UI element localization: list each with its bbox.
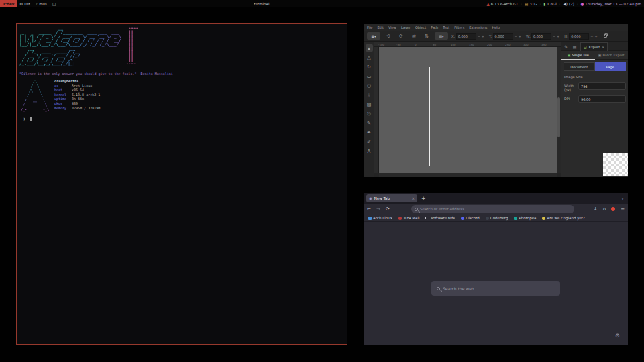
menu-object[interactable]: Object (415, 25, 426, 29)
flip-horizontal-icon[interactable]: ⇄ (409, 34, 419, 39)
menu-file[interactable]: File (367, 25, 372, 29)
subtab-single-file[interactable]: ▣Single File (561, 51, 595, 60)
search-icon (415, 208, 418, 211)
tool-ellipse[interactable]: ○ (366, 82, 373, 89)
separator: · (577, 2, 578, 6)
canvas-hscrollbar[interactable] (379, 173, 557, 177)
tool-pencil[interactable]: ✎ (366, 119, 373, 127)
extension-icon[interactable] (611, 207, 615, 211)
back-button[interactable]: ← (364, 206, 374, 212)
tool-pen[interactable]: ✒ (366, 129, 373, 136)
bookmark-tuta-mail[interactable]: Tuta Mail (398, 216, 419, 220)
width-input[interactable]: 794 (578, 82, 626, 90)
arch-logo-ascii: /\ / \ /\ \ / \ / __ \ / | | \ /_-'' ''-… (21, 79, 49, 112)
bookmark-discord[interactable]: Discord (461, 216, 480, 220)
tag-label: ust (24, 2, 30, 6)
menu-icon[interactable]: ≡ (621, 206, 625, 212)
reload-button[interactable]: ⟳ (383, 206, 392, 212)
status-text: 31G (529, 2, 537, 6)
separator: · (521, 2, 522, 6)
status-volume: ◀)(2) (564, 2, 574, 6)
export-tab-close-icon[interactable]: × (602, 45, 604, 49)
rotate-cw-icon[interactable]: ⟳ (396, 34, 406, 39)
list-tabs-chevron-icon[interactable]: ∨ (621, 196, 624, 200)
menu-view[interactable]: View (388, 25, 396, 29)
menu-filters[interactable]: Filters (454, 25, 464, 29)
dpi-input[interactable]: 96.00 (578, 95, 626, 103)
workspace-tag-1[interactable]: ⚙ust (17, 0, 32, 7)
tab-close-icon[interactable]: × (411, 196, 415, 200)
tool-calligraphy[interactable]: ✐ (366, 138, 373, 145)
inkscape-canvas[interactable] (379, 47, 557, 173)
new-tab-button[interactable]: + (421, 196, 426, 202)
web-search-box[interactable]: Search the web (431, 281, 560, 296)
tool-spiral[interactable]: ⎋ (366, 110, 373, 117)
workspace-tag-0[interactable]: 1:dev (0, 0, 17, 7)
menu-edit[interactable]: Edit (377, 25, 384, 29)
tool-box3d[interactable]: ▧ (366, 101, 373, 108)
bookmark-are-we-england-yet-[interactable]: Are we England yet? (542, 216, 584, 220)
ascii-banner: __ ---- _ _____ / /________ ____ ___ ___… (19, 26, 138, 66)
tool-shapebuilder[interactable]: ↻ (366, 63, 373, 70)
browser-window[interactable]: ◉ New Tab × + ∨ ← → ⟳ Search or enter ad… (364, 193, 628, 345)
tool-text[interactable]: A (366, 147, 373, 155)
scope-document[interactable]: Document (564, 62, 595, 71)
selection-mode-dropdown[interactable]: ▦▾ (367, 32, 380, 40)
rotate-ccw-icon[interactable]: ⟲ (384, 34, 393, 39)
export-dialog-tab[interactable]: ⬓ Export × (580, 42, 608, 51)
workspace-tag-2[interactable]: ♪mus (33, 0, 50, 7)
menu-layer[interactable]: Layer (401, 25, 411, 29)
dock-tabbar: ✎ ▤ ⬓ Export × (561, 42, 628, 51)
terminal-window[interactable]: __ ---- _ _____ / /________ ____ ___ ___… (16, 23, 347, 345)
bookmark-codeberg[interactable]: Codeberg (486, 216, 508, 220)
home-icon[interactable]: ⌂ (603, 206, 606, 212)
status-text: 1.8Gi (547, 2, 557, 6)
bookmark-software-refs[interactable]: software refs (425, 216, 455, 220)
favicon (398, 217, 402, 220)
url-bar[interactable]: Search or enter address (411, 205, 574, 213)
menu-text[interactable]: Text (443, 25, 449, 29)
fetch-row: pkgs480 (54, 101, 100, 106)
tool-star[interactable]: ☆ (366, 91, 373, 99)
page-border-right (500, 67, 500, 166)
memory-icon: ▮ (543, 2, 545, 6)
inkscape-window[interactable]: FileEditViewLayerObjectPathTextFiltersEx… (364, 24, 628, 177)
align-dropdown[interactable]: ▥▾ (435, 32, 448, 40)
field-x: X:0.000−+ (451, 33, 486, 40)
vertical-ruler (374, 47, 379, 173)
tag-label: 1:dev (3, 2, 14, 6)
bookmark-arch-linux[interactable]: Arch Linux (368, 216, 392, 220)
tool-selector[interactable]: ▴ (366, 44, 373, 52)
layers-dialog-icon[interactable]: ▤ (570, 44, 579, 49)
tag-label: mus (39, 2, 47, 6)
bookmark-photopea[interactable]: Photopea (514, 216, 536, 220)
tool-rect[interactable]: ▭ (366, 72, 373, 80)
menu-path[interactable]: Path (431, 25, 438, 29)
fetch-rows: osArch Linuxhostx86_64kernel6.13.8-arch2… (54, 84, 100, 111)
tool-node[interactable]: △ (366, 54, 373, 61)
browser-tabbar: ◉ New Tab × + ∨ (364, 193, 628, 204)
objects-dialog-icon[interactable]: ✎ (561, 44, 570, 49)
vscroll-thumb[interactable] (557, 97, 560, 137)
newtab-settings-gear-icon[interactable]: ⚙ (615, 333, 620, 339)
shell-prompt[interactable]: ~ ❯ (19, 117, 32, 121)
menu-help[interactable]: Help (492, 25, 499, 29)
downloads-icon[interactable]: ↓ (594, 206, 598, 212)
xywh-fields: X:0.000−+Y:0.000−+W:0.000−+H:0.000−+ (451, 33, 599, 40)
workspace-tag-3[interactable]: □ (50, 0, 58, 7)
forward-button[interactable]: → (374, 206, 383, 212)
browser-active-tab[interactable]: ◉ New Tab × (366, 194, 417, 202)
favicon (486, 217, 489, 220)
search-box-icon (437, 287, 440, 290)
favicon (542, 217, 545, 220)
desktop: 1:dev⚙ust♪mus□ terminal ▲6.13.8-arch2-1·… (0, 0, 644, 362)
menu-extensions[interactable]: Extensions (469, 25, 487, 29)
image-size-label: Image Size (564, 75, 628, 79)
field-y: Y:0.000−+ (489, 33, 523, 40)
flip-vertical-icon[interactable]: ⇅ (422, 34, 431, 39)
new-tab-page: Search the web ⚙ (364, 222, 628, 345)
subtab-batch-export[interactable]: ▣Batch Export (595, 51, 629, 60)
status-memory: ▮1.8Gi (543, 2, 557, 6)
scope-page[interactable]: Page (595, 62, 627, 71)
lock-icon[interactable] (604, 34, 607, 38)
